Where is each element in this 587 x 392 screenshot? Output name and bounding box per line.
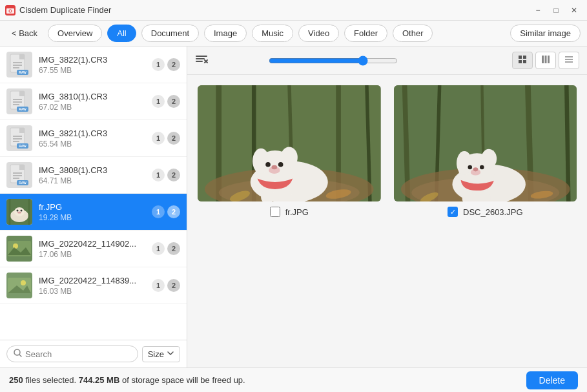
file-badges: 1 2	[152, 169, 180, 181]
minimize-button[interactable]: −	[530, 3, 546, 18]
svg-point-102	[480, 165, 484, 170]
panel-toolbar	[187, 46, 587, 75]
file-badges: 1 2	[152, 95, 180, 108]
file-badges: 1 2	[152, 205, 180, 218]
maximize-button[interactable]: □	[548, 3, 564, 18]
nav-bar: < Back Overview All Document Image Music…	[0, 21, 587, 46]
panel-content: fr.JPG	[187, 75, 587, 367]
right-panel: fr.JPG	[187, 46, 587, 367]
file-badges: 1 2	[152, 279, 180, 292]
file-thumbnail: RAW	[6, 125, 32, 151]
list-item[interactable]: RAW IMG_3821(1).CR3 65.54 MB 1 2	[0, 120, 187, 157]
file-info: fr.JPG 19.28 MB	[39, 202, 152, 222]
svg-point-35	[17, 210, 19, 212]
svg-rect-57	[542, 56, 544, 63]
list-item[interactable]: RAW IMG_3822(1).CR3 67.55 MB 1 2	[0, 46, 187, 83]
title-bar-left: Cisdem Duplicate Finder	[5, 5, 111, 15]
tab-other[interactable]: Other	[393, 25, 433, 42]
image-card: ✓ DSC_2603.JPG	[394, 85, 577, 357]
dog-image-svg-2	[394, 85, 577, 201]
svg-point-3	[10, 10, 12, 12]
freed-label: of storage space will be freed up.	[122, 375, 245, 385]
file-info: IMG_3822(1).CR3 67.55 MB	[39, 55, 152, 75]
svg-point-37	[17, 212, 21, 214]
file-badges: 1 2	[152, 132, 180, 145]
file-thumbnail: RAW	[6, 162, 32, 188]
svg-text:RAW: RAW	[19, 70, 26, 74]
file-badges: 1 2	[152, 242, 180, 255]
title-bar: Cisdem Duplicate Finder − □ ✕	[0, 0, 587, 21]
badge-count-1: 1	[152, 279, 165, 292]
app-icon	[5, 5, 15, 15]
file-size: 67.02 MB	[39, 103, 152, 112]
image-filename: fr.JPG	[285, 207, 309, 217]
cr3-file-icon: RAW	[8, 53, 31, 76]
tab-image[interactable]: Image	[204, 25, 247, 42]
search-input[interactable]	[25, 349, 131, 359]
columns-icon	[541, 55, 550, 64]
badge-count-2: 2	[167, 132, 180, 145]
app-title: Cisdem Duplicate Finder	[19, 5, 111, 15]
file-thumbnail	[6, 236, 32, 262]
file-badges: 1 2	[152, 58, 180, 71]
grid-view-button[interactable]	[512, 52, 533, 69]
file-size: 67.55 MB	[39, 66, 152, 75]
file-info: IMG_3821(1).CR3 65.54 MB	[39, 129, 152, 149]
file-thumbnail	[6, 273, 32, 298]
close-button[interactable]: ✕	[566, 3, 582, 18]
badge-count-1: 1	[152, 132, 165, 145]
svg-text:RAW: RAW	[19, 107, 26, 111]
list-item[interactable]: IMG_20220422_114902... 17.06 MB 1 2	[0, 231, 187, 267]
status-bar: 250 files selected. 744.25 MB of storage…	[0, 367, 587, 392]
tab-video[interactable]: Video	[298, 25, 339, 42]
cr3-file-icon: RAW	[8, 163, 31, 187]
tab-document[interactable]: Document	[141, 25, 199, 42]
tab-music[interactable]: Music	[252, 25, 293, 42]
file-thumbnail	[6, 199, 32, 225]
zoom-slider[interactable]	[269, 56, 398, 66]
svg-rect-84	[278, 189, 291, 201]
clear-selection-icon[interactable]	[195, 54, 208, 67]
svg-point-78	[281, 147, 298, 168]
freed-size: 744.25 MB	[79, 375, 120, 385]
image-card: fr.JPG	[198, 85, 381, 357]
image-select-checkbox-checked[interactable]: ✓	[448, 207, 458, 217]
svg-rect-54	[523, 56, 526, 59]
svg-rect-58	[544, 56, 546, 63]
svg-point-45	[21, 280, 26, 285]
file-size: 17.06 MB	[39, 250, 152, 259]
list-icon	[564, 55, 573, 64]
sort-selector[interactable]: Size	[142, 346, 180, 362]
badge-count-2: 2	[167, 58, 180, 71]
list-item[interactable]: RAW IMG_3808(1).CR3 64.71 MB 1 2	[0, 157, 187, 194]
file-info: IMG_3808(1).CR3 64.71 MB	[39, 165, 152, 185]
image-filename: DSC_2603.JPG	[463, 207, 523, 217]
image-select-checkbox[interactable]	[270, 207, 280, 217]
svg-point-77	[252, 149, 269, 174]
tab-overview[interactable]: Overview	[48, 25, 102, 42]
svg-point-101	[468, 165, 472, 170]
back-button[interactable]: < Back	[6, 26, 43, 41]
tab-folder[interactable]: Folder	[344, 25, 387, 42]
files-label: files selected.	[25, 375, 76, 385]
main-content: RAW IMG_3822(1).CR3 67.55 MB 1 2	[0, 46, 587, 367]
file-name: IMG_3821(1).CR3	[39, 129, 152, 138]
badge-count-1: 1	[152, 242, 165, 255]
image-preview	[394, 85, 577, 201]
svg-point-99	[457, 151, 472, 175]
delete-button[interactable]: Delete	[526, 371, 578, 389]
column-view-button[interactable]	[535, 52, 556, 69]
list-item[interactable]: RAW IMG_3810(1).CR3 67.02 MB 1 2	[0, 83, 187, 120]
svg-point-36	[21, 210, 23, 212]
similar-image-button[interactable]: Similar image	[510, 25, 581, 42]
svg-rect-19	[19, 128, 25, 133]
list-view-button[interactable]	[559, 52, 579, 69]
file-info: IMG_20220422_114839... 16.03 MB	[39, 276, 152, 296]
tab-all[interactable]: All	[107, 25, 136, 42]
file-name: IMG_3810(1).CR3	[39, 92, 152, 101]
search-input-wrap[interactable]	[6, 346, 138, 362]
list-item[interactable]: IMG_20220422_114839... 16.03 MB 1 2	[0, 267, 187, 304]
file-size: 19.28 MB	[39, 213, 152, 222]
list-item[interactable]: fr.JPG 19.28 MB 1 2	[0, 194, 187, 231]
svg-point-79	[265, 162, 271, 167]
